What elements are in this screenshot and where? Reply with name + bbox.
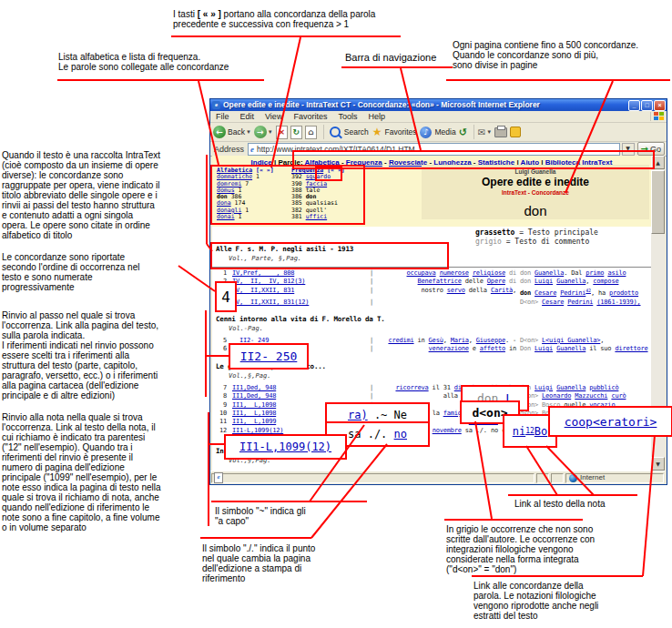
context-after: d<on> Leonardo Mazzucchi curò	[520, 392, 651, 400]
word-link[interactable]: occupava	[407, 269, 436, 277]
favorites-button[interactable]: ★ Favorites	[372, 126, 417, 138]
legend-term: grassetto	[475, 228, 514, 237]
home-icon: ⌂	[305, 126, 317, 139]
word-link[interactable]: venerazione	[429, 345, 469, 352]
nav-text: Parole:	[278, 158, 304, 167]
note-number-link[interactable]: 12	[525, 427, 535, 435]
context-text: e	[469, 345, 480, 352]
menu-edit[interactable]: Edit	[235, 111, 260, 122]
passage-ref-link[interactable]: II1,Ded, 948	[232, 392, 367, 400]
word-link[interactable]: Cesare	[542, 299, 564, 306]
menu-favorites[interactable]: Favorites	[288, 111, 332, 122]
word-link[interactable]: L<uigi Guanella>	[542, 337, 600, 344]
word-link[interactable]: pubblicò	[589, 384, 618, 391]
word-link[interactable]: Luigi	[535, 278, 553, 285]
word-link[interactable]: ni	[513, 425, 525, 438]
refresh-button[interactable]: ↻	[290, 126, 302, 139]
go-button[interactable]: → Go	[637, 142, 665, 156]
word-link[interactable]: primo	[585, 269, 604, 277]
back-button[interactable]: ← Back ▼	[213, 126, 251, 138]
back-dropdown-icon[interactable]: ▼	[246, 129, 251, 135]
word-concordance-link[interactable]: coop<eratori>	[565, 415, 657, 429]
word-link[interactable]: uffici	[306, 213, 327, 220]
address-input[interactable]: e http://www.intratext.com/IXT/ITA0614/D…	[248, 143, 620, 156]
annotation-rinvio-nota: Rinvio alla nota nella quale si trova l'…	[2, 412, 209, 532]
word-link[interactable]: affetto	[480, 345, 505, 352]
word-link[interactable]: curò	[611, 392, 626, 400]
word-link[interactable]: prodotto	[609, 289, 638, 297]
menu-view[interactable]: View	[260, 111, 288, 122]
word-link[interactable]: Giuseppe	[476, 337, 505, 344]
word-link[interactable]: Gesù	[429, 337, 443, 344]
word-link[interactable]: Pedrini	[560, 289, 585, 297]
context-text: delle	[462, 278, 487, 285]
nav-link-alfabetica[interactable]: Alfabetica	[304, 158, 339, 167]
search-button[interactable]: Search	[328, 127, 369, 137]
word-link[interactable]: direttore	[615, 345, 647, 352]
forward-button[interactable]: → ▼	[254, 126, 273, 138]
forward-dropdown-icon[interactable]: ▼	[268, 129, 273, 135]
scroll-down-icon[interactable]: ▼	[651, 457, 665, 471]
word-link[interactable]: Guanella	[556, 278, 585, 285]
stop-button[interactable]: ×	[276, 126, 288, 139]
home-button[interactable]: ⌂	[305, 126, 317, 139]
nav-link-frequenza[interactable]: Frequenza	[346, 158, 382, 167]
word-link[interactable]: Pedrini	[567, 299, 593, 306]
word-link[interactable]: ra)	[348, 409, 368, 421]
nav-link-indice[interactable]: Indice	[251, 158, 272, 167]
mail-dropdown-icon[interactable]: ▼	[486, 129, 492, 135]
word-link[interactable]: Guanella	[535, 269, 564, 277]
callout-line-number: 4	[215, 281, 237, 312]
refresh-icon: ↻	[290, 126, 302, 139]
word-link[interactable]: no	[394, 428, 407, 441]
passage-ref-link[interactable]: IV,Pref, , 808	[232, 269, 367, 278]
word-link[interactable]: Maria	[451, 337, 469, 344]
word-link[interactable]: credimi	[388, 337, 413, 344]
media-button[interactable]: ♪ Media	[419, 127, 455, 138]
maximize-button[interactable]: □	[641, 100, 653, 111]
word-link[interactable]: asilo	[607, 269, 626, 277]
print-button[interactable]	[494, 127, 507, 137]
word-link[interactable]: Mazzucchi	[575, 392, 607, 400]
word-link[interactable]: Bo	[535, 425, 547, 438]
word-link[interactable]: Benefattrice	[418, 278, 462, 285]
menu-help[interactable]: Help	[362, 111, 391, 122]
minimize-button[interactable]: _	[628, 100, 640, 111]
passage-ref-link[interactable]: IV, II,XXII, 831	[232, 287, 367, 299]
word-link[interactable]: Leonardo	[542, 392, 571, 400]
passage-ref-link[interactable]: II1,Ded, 948	[232, 384, 367, 392]
passage-ref-link[interactable]: IV, II, IV, 812(3)	[232, 278, 367, 286]
word-link[interactable]: servo	[447, 287, 465, 294]
note-ref-link[interactable]: II1-L,1099(12)	[239, 441, 331, 453]
address-dropdown-icon[interactable]: ▼	[622, 143, 635, 156]
word-link[interactable]: Luigi	[535, 345, 553, 352]
menu-tools[interactable]: Tools	[332, 111, 362, 122]
mail-button[interactable]: ✉ ▼	[478, 127, 492, 137]
work-ref-format: Vol.-Pag.	[212, 324, 651, 333]
scroll-up-icon[interactable]: ▲	[651, 156, 665, 169]
menu-file[interactable]: File	[210, 111, 235, 122]
word-link[interactable]: Opere	[487, 278, 505, 285]
messenger-button[interactable]	[510, 127, 521, 137]
word-link[interactable]: compose	[593, 278, 618, 285]
concordance-row: 3IV, II,XXII, 831|nostro servo della Car…	[212, 287, 651, 299]
close-button[interactable]: ×	[654, 100, 666, 111]
context-after: don Luigi Guanella pubblicò	[520, 384, 651, 392]
word-link[interactable]: religiose	[473, 269, 505, 277]
word-link[interactable]: ricorreva	[395, 384, 428, 391]
history-button[interactable]: ↺	[459, 127, 467, 138]
word-link[interactable]: numerose	[440, 269, 469, 277]
word-link[interactable]: novembre	[433, 427, 462, 434]
word-link[interactable]: Cesare	[535, 289, 556, 297]
word-link[interactable]: donai	[217, 213, 235, 220]
word-link[interactable]: Carità	[491, 287, 513, 294]
context-before: nostro servo della Carità,	[376, 287, 520, 299]
word-link[interactable]: Luigi	[535, 384, 553, 391]
scrollbar-thumb[interactable]	[651, 170, 665, 234]
word-link[interactable]: Guanella	[556, 384, 585, 391]
word-link[interactable]: Guanella	[556, 345, 585, 352]
page-ref-link[interactable]: II2- 250	[240, 349, 298, 363]
title-bar[interactable]: e Opere edite e inedite - IntraText CT -…	[210, 99, 667, 111]
passage-ref-link[interactable]: IV, II,XXII, 831(12)	[232, 299, 367, 307]
word-link[interactable]: (1861-1939),	[596, 299, 640, 306]
